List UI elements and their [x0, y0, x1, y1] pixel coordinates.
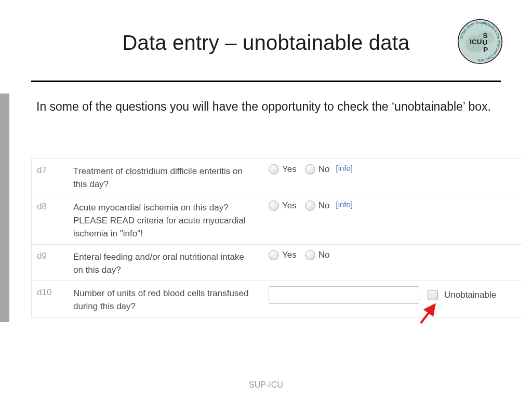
unobtainable-checkbox[interactable] [428, 290, 438, 300]
row-question: Treatment of clostridium difficile enter… [73, 163, 265, 191]
footer-text: SUP-ICU [0, 380, 532, 390]
sup-icu-logo: Stress Ulcer Prophylaxis in the Intensiv… [457, 18, 503, 65]
unobtainable-label: Unobtainable [444, 290, 496, 300]
row-id: d10 [32, 285, 73, 298]
header-divider [31, 81, 501, 82]
form-row-d9: d9 Enteral feeding and/or oral nutrition… [32, 245, 522, 281]
row-controls: Yes No [info] [265, 200, 522, 211]
radio-no-label: No [318, 201, 330, 211]
svg-text:ICU: ICU [470, 38, 482, 46]
row-question: Enteral feeding and/or oral nutritional … [73, 249, 265, 276]
form-table: d7 Treatment of clostridium difficile en… [31, 158, 522, 318]
row-controls: Unobtainable [265, 285, 522, 304]
radio-no[interactable] [305, 164, 315, 175]
row-question: Acute myocardial ischemia on this day? P… [73, 200, 265, 240]
row-controls: Yes No [265, 249, 522, 260]
radio-no[interactable] [305, 201, 315, 211]
radio-yes[interactable] [269, 164, 279, 175]
radio-yes[interactable] [269, 201, 279, 211]
form-row-d8: d8 Acute myocardial ischemia on this day… [32, 195, 522, 245]
row-id: d7 [32, 163, 73, 176]
radio-yes-label: Yes [282, 164, 297, 175]
row-id: d8 [32, 200, 73, 212]
radio-no-label: No [318, 250, 330, 260]
info-link[interactable]: [info] [336, 200, 353, 209]
intro-text: In some of the questions you will have t… [36, 98, 496, 116]
radio-yes[interactable] [269, 250, 279, 260]
row-controls: Yes No [info] [265, 163, 522, 175]
units-input[interactable] [269, 286, 419, 304]
radio-yes-label: Yes [282, 201, 297, 211]
header: Data entry – unobtainable data [31, 31, 501, 55]
svg-text:P: P [483, 46, 488, 54]
page-title: Data entry – unobtainable data [31, 31, 501, 55]
radio-yes-label: Yes [282, 250, 297, 260]
side-accent-bar [0, 94, 9, 322]
info-link[interactable]: [info] [336, 164, 353, 172]
radio-no-label: No [318, 164, 330, 175]
row-id: d9 [32, 249, 73, 261]
form-row-d10: d10 Number of units of red blood cells t… [32, 281, 522, 317]
row-question: Number of units of red blood cells trans… [73, 285, 265, 313]
radio-no[interactable] [305, 250, 315, 260]
form-row-d7: d7 Treatment of clostridium difficile en… [32, 159, 522, 195]
